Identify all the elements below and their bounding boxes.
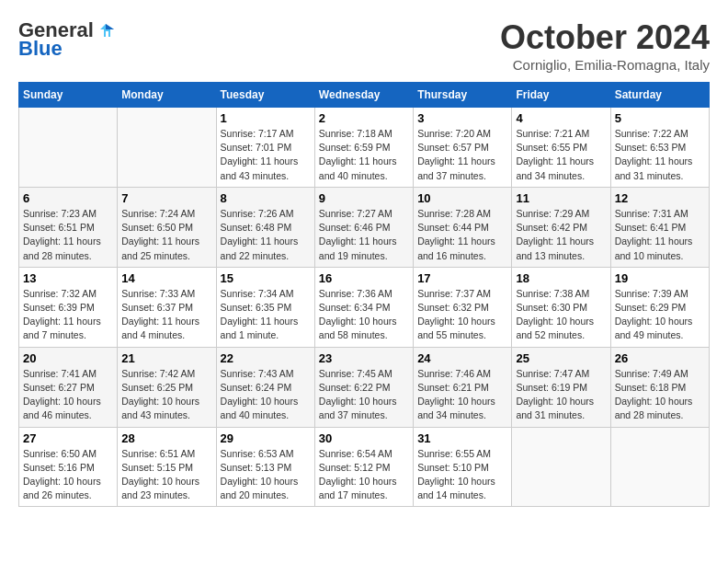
calendar-week-5: 27Sunrise: 6:50 AM Sunset: 5:16 PM Dayli… (19, 427, 710, 507)
calendar-cell: 29Sunrise: 6:53 AM Sunset: 5:13 PM Dayli… (216, 427, 314, 507)
day-info: Sunrise: 7:26 AM Sunset: 6:48 PM Dayligh… (221, 207, 311, 263)
weekday-header-friday: Friday (512, 83, 610, 108)
weekday-header-wednesday: Wednesday (314, 83, 413, 108)
calendar-cell: 25Sunrise: 7:47 AM Sunset: 6:19 PM Dayli… (512, 347, 610, 427)
day-number: 12 (615, 191, 705, 205)
day-info: Sunrise: 7:45 AM Sunset: 6:22 PM Dayligh… (319, 367, 409, 423)
calendar-cell: 18Sunrise: 7:38 AM Sunset: 6:30 PM Dayli… (512, 267, 610, 347)
day-number: 26 (615, 351, 705, 365)
calendar-cell: 8Sunrise: 7:26 AM Sunset: 6:48 PM Daylig… (216, 187, 314, 267)
calendar-cell: 4Sunrise: 7:21 AM Sunset: 6:55 PM Daylig… (512, 108, 610, 188)
calendar-cell: 26Sunrise: 7:49 AM Sunset: 6:18 PM Dayli… (610, 347, 709, 427)
day-info: Sunrise: 7:46 AM Sunset: 6:21 PM Dayligh… (417, 367, 507, 423)
day-number: 11 (516, 191, 606, 205)
day-info: Sunrise: 6:51 AM Sunset: 5:15 PM Dayligh… (121, 447, 211, 503)
day-number: 19 (615, 271, 705, 285)
calendar-cell: 19Sunrise: 7:39 AM Sunset: 6:29 PM Dayli… (610, 267, 709, 347)
day-info: Sunrise: 7:24 AM Sunset: 6:50 PM Dayligh… (121, 207, 211, 263)
day-info: Sunrise: 7:31 AM Sunset: 6:41 PM Dayligh… (615, 207, 705, 263)
day-number: 1 (221, 111, 311, 125)
day-info: Sunrise: 7:41 AM Sunset: 6:27 PM Dayligh… (23, 367, 113, 423)
day-info: Sunrise: 7:29 AM Sunset: 6:42 PM Dayligh… (516, 207, 606, 263)
day-info: Sunrise: 7:42 AM Sunset: 6:25 PM Dayligh… (121, 367, 211, 423)
calendar-cell: 13Sunrise: 7:32 AM Sunset: 6:39 PM Dayli… (19, 267, 118, 347)
calendar-cell: 24Sunrise: 7:46 AM Sunset: 6:21 PM Dayli… (414, 347, 512, 427)
day-number: 2 (319, 111, 409, 125)
day-number: 22 (221, 351, 311, 365)
day-info: Sunrise: 7:39 AM Sunset: 6:29 PM Dayligh… (615, 287, 705, 343)
day-number: 14 (121, 271, 211, 285)
calendar-cell: 6Sunrise: 7:23 AM Sunset: 6:51 PM Daylig… (19, 187, 118, 267)
calendar-cell: 28Sunrise: 6:51 AM Sunset: 5:15 PM Dayli… (118, 427, 216, 507)
day-info: Sunrise: 7:17 AM Sunset: 7:01 PM Dayligh… (221, 127, 311, 183)
calendar-cell: 22Sunrise: 7:43 AM Sunset: 6:24 PM Dayli… (216, 347, 314, 427)
calendar-week-3: 13Sunrise: 7:32 AM Sunset: 6:39 PM Dayli… (19, 267, 710, 347)
calendar-cell (610, 427, 709, 507)
day-number: 23 (319, 351, 409, 365)
weekday-header-monday: Monday (118, 83, 216, 108)
day-number: 30 (319, 431, 409, 445)
day-number: 8 (221, 191, 311, 205)
calendar-cell: 27Sunrise: 6:50 AM Sunset: 5:16 PM Dayli… (19, 427, 118, 507)
calendar-cell: 2Sunrise: 7:18 AM Sunset: 6:59 PM Daylig… (314, 108, 413, 188)
calendar-cell: 20Sunrise: 7:41 AM Sunset: 6:27 PM Dayli… (19, 347, 118, 427)
day-number: 21 (121, 351, 211, 365)
calendar-cell: 3Sunrise: 7:20 AM Sunset: 6:57 PM Daylig… (414, 108, 512, 188)
calendar-week-4: 20Sunrise: 7:41 AM Sunset: 6:27 PM Dayli… (19, 347, 710, 427)
day-info: Sunrise: 7:23 AM Sunset: 6:51 PM Dayligh… (23, 207, 113, 263)
day-number: 27 (23, 431, 113, 445)
day-info: Sunrise: 7:22 AM Sunset: 6:53 PM Dayligh… (615, 127, 705, 183)
calendar-week-2: 6Sunrise: 7:23 AM Sunset: 6:51 PM Daylig… (19, 187, 710, 267)
day-info: Sunrise: 7:47 AM Sunset: 6:19 PM Dayligh… (516, 367, 606, 423)
calendar-cell: 9Sunrise: 7:27 AM Sunset: 6:46 PM Daylig… (314, 187, 413, 267)
day-number: 5 (615, 111, 705, 125)
day-info: Sunrise: 7:33 AM Sunset: 6:37 PM Dayligh… (121, 287, 211, 343)
calendar-cell: 12Sunrise: 7:31 AM Sunset: 6:41 PM Dayli… (610, 187, 709, 267)
calendar-cell: 30Sunrise: 6:54 AM Sunset: 5:12 PM Dayli… (314, 427, 413, 507)
day-info: Sunrise: 7:49 AM Sunset: 6:18 PM Dayligh… (615, 367, 705, 423)
calendar-cell: 14Sunrise: 7:33 AM Sunset: 6:37 PM Dayli… (118, 267, 216, 347)
calendar-cell (118, 108, 216, 188)
calendar-cell: 11Sunrise: 7:29 AM Sunset: 6:42 PM Dayli… (512, 187, 610, 267)
day-info: Sunrise: 7:37 AM Sunset: 6:32 PM Dayligh… (417, 287, 507, 343)
calendar-cell: 31Sunrise: 6:55 AM Sunset: 5:10 PM Dayli… (414, 427, 512, 507)
day-number: 13 (23, 271, 113, 285)
day-info: Sunrise: 7:43 AM Sunset: 6:24 PM Dayligh… (221, 367, 311, 423)
calendar-cell: 15Sunrise: 7:34 AM Sunset: 6:35 PM Dayli… (216, 267, 314, 347)
weekday-header-sunday: Sunday (19, 83, 118, 108)
calendar-cell: 16Sunrise: 7:36 AM Sunset: 6:34 PM Dayli… (314, 267, 413, 347)
calendar-week-1: 1Sunrise: 7:17 AM Sunset: 7:01 PM Daylig… (19, 108, 710, 188)
location-subtitle: Corniglio, Emilia-Romagna, Italy (500, 57, 710, 73)
weekday-header-row: SundayMondayTuesdayWednesdayThursdayFrid… (19, 83, 710, 108)
svg-marker-1 (106, 24, 114, 29)
day-info: Sunrise: 7:32 AM Sunset: 6:39 PM Dayligh… (23, 287, 113, 343)
day-info: Sunrise: 7:21 AM Sunset: 6:55 PM Dayligh… (516, 127, 606, 183)
day-info: Sunrise: 7:28 AM Sunset: 6:44 PM Dayligh… (417, 207, 507, 263)
calendar-cell: 7Sunrise: 7:24 AM Sunset: 6:50 PM Daylig… (118, 187, 216, 267)
calendar-cell: 23Sunrise: 7:45 AM Sunset: 6:22 PM Dayli… (314, 347, 413, 427)
calendar-cell: 5Sunrise: 7:22 AM Sunset: 6:53 PM Daylig… (610, 108, 709, 188)
calendar-cell: 1Sunrise: 7:17 AM Sunset: 7:01 PM Daylig… (216, 108, 314, 188)
logo-blue: Blue (18, 37, 63, 61)
header: General Blue October 2024 Corniglio, Emi… (18, 18, 710, 73)
day-number: 29 (221, 431, 311, 445)
day-number: 31 (417, 431, 507, 445)
day-info: Sunrise: 7:38 AM Sunset: 6:30 PM Dayligh… (516, 287, 606, 343)
day-number: 7 (121, 191, 211, 205)
day-number: 24 (417, 351, 507, 365)
logo: General Blue (18, 18, 116, 61)
day-info: Sunrise: 6:53 AM Sunset: 5:13 PM Dayligh… (221, 447, 311, 503)
day-info: Sunrise: 7:18 AM Sunset: 6:59 PM Dayligh… (319, 127, 409, 183)
title-area: October 2024 Corniglio, Emilia-Romagna, … (500, 18, 710, 73)
day-info: Sunrise: 7:27 AM Sunset: 6:46 PM Dayligh… (319, 207, 409, 263)
calendar-cell: 21Sunrise: 7:42 AM Sunset: 6:25 PM Dayli… (118, 347, 216, 427)
day-number: 28 (121, 431, 211, 445)
calendar-cell: 17Sunrise: 7:37 AM Sunset: 6:32 PM Dayli… (414, 267, 512, 347)
day-number: 9 (319, 191, 409, 205)
day-number: 3 (417, 111, 507, 125)
day-number: 15 (221, 271, 311, 285)
day-info: Sunrise: 7:36 AM Sunset: 6:34 PM Dayligh… (319, 287, 409, 343)
calendar-body: 1Sunrise: 7:17 AM Sunset: 7:01 PM Daylig… (19, 108, 710, 507)
day-info: Sunrise: 7:20 AM Sunset: 6:57 PM Dayligh… (417, 127, 507, 183)
weekday-header-saturday: Saturday (610, 83, 709, 108)
